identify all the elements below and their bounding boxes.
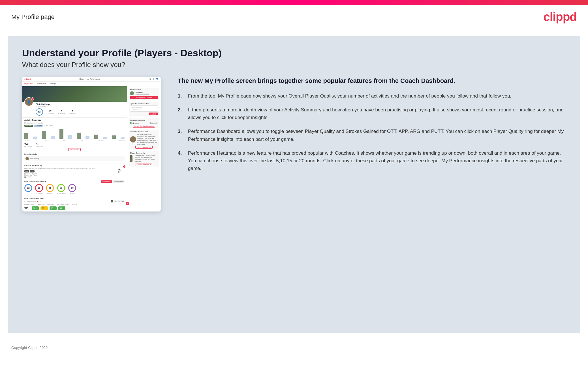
mock-all-activities-btn[interactable]: All Activities — [24, 148, 125, 150]
mock-arccos-info: Arccos — [130, 122, 139, 124]
mock-coaches-title: Your Coaches — [130, 89, 158, 90]
mock-launch-community-btn[interactable]: Launch Community ↗ — [130, 163, 158, 165]
mock-lesson-btn-1[interactable]: Golf — [24, 170, 29, 172]
mock-toggle-quality[interactable]: Player Quality — [101, 180, 112, 183]
mock-heatmap-btn-5[interactable]: 5 — [111, 200, 113, 202]
bar-2 — [33, 137, 37, 139]
mock-activity-title: Activity Summary — [24, 119, 125, 121]
mock-heatmap-btn-15[interactable]: 15 — [117, 200, 121, 202]
mock-disconnect-btn[interactable]: Disconnect — [149, 122, 158, 124]
mock-record-content: Go to the of the Clippd Community and sh… — [130, 133, 158, 145]
mock-ring-app-circle[interactable]: 85 — [46, 184, 54, 192]
mock-stat-following: 5 Following — [69, 110, 76, 114]
mock-perf-title: Performance Dashboard — [24, 180, 46, 182]
user-icon: 👤 — [156, 78, 159, 80]
list-item-1-text: From the top, My Profile page now shows … — [188, 92, 511, 100]
mock-heatmap-btn-20[interactable]: 20 — [121, 200, 125, 202]
mock-quality-circle: 92 — [36, 108, 43, 116]
list-item-3: Performance Dashboard allows you to togg… — [178, 128, 566, 143]
mock-following-num: 5 — [69, 110, 76, 113]
right-intro: The new My Profile screen brings togethe… — [178, 77, 566, 85]
mock-launch-capture-btn[interactable]: Launch Capture App ↗ — [130, 146, 158, 148]
mock-left-panel: 👤 1 Blair McHarg Plus Handicap 92 131 — [22, 86, 127, 211]
mock-heatmap-col-labels: Player Quality Off the Tee Approach Arou… — [24, 204, 125, 205]
mock-navbar: clippd Home My Performance 🔍 ⚙ 👤 — [22, 77, 161, 82]
bar-label-1: Jan 2022 — [24, 140, 30, 141]
left-column: clippd Home My Performance 🔍 ⚙ 👤 My Prof… — [22, 77, 161, 211]
bar-11 — [112, 135, 116, 139]
heatmap-overall-val: 92 — [24, 206, 30, 210]
mock-stats-row: 92 131 Activities 3 Followers — [36, 108, 125, 116]
heatmap-arg-val[interactable]: 86 ↓. — [50, 206, 57, 210]
heatmap-app-val[interactable]: 85 ↓. — [40, 206, 48, 210]
mock-activities-label: Activities — [48, 113, 54, 114]
mock-lesson-btns: Golf drill — [24, 170, 114, 172]
bar-label-5: Jun 2022 — [98, 140, 104, 141]
right-list: From the top, My Profile page now shows … — [178, 92, 566, 172]
mock-ring-putt: 96 Putting — [68, 184, 76, 194]
heatmap-col-app: Approach — [47, 204, 54, 205]
mock-latest-title: Latest Activity — [24, 153, 125, 155]
bar-6 — [68, 135, 72, 139]
launch-capture-label: Launch Capture App ↗ — [135, 146, 153, 149]
mock-add-btn[interactable]: Add Link — [149, 113, 158, 115]
mock-ring-ott-circle[interactable]: 90 — [35, 184, 43, 192]
mock-lesson-left: Nothing to feel like my legality are wor… — [24, 167, 114, 174]
mock-manage-integrations-btn[interactable]: Manage Your Data Integrations — [130, 125, 158, 127]
mock-trackman-input: Trackman Link Trackman Link — [130, 105, 158, 112]
mock-ring-ott-label: Off the Tee — [35, 193, 43, 194]
heatmap-label-decline: ● 5 Round Change: ● — [24, 200, 38, 202]
mock-ring-ott: 90 Off the Tee — [35, 184, 43, 194]
mock-record-box: Record a Practice Drill Go to the of the… — [129, 130, 159, 149]
mock-lesson: Lesson with Fordy Nothing to feel like m… — [22, 163, 127, 179]
heatmap-arg-arrow: ↓. — [54, 207, 55, 209]
mock-toggle-strokes[interactable]: Strokes gained — [113, 180, 125, 183]
mock-community-box: Clippd Community Visit the Clippd Commun… — [129, 151, 159, 167]
heatmap-col-arg: Around the Green — [57, 204, 69, 205]
mock-avatar-wrap: 👤 1 — [24, 97, 33, 106]
top-bar — [0, 0, 588, 5]
mock-coach-details: Dan Davies Kenningside Golf Club — [135, 92, 149, 95]
mock-heatmap-btn-10[interactable]: 10 — [114, 200, 117, 202]
mock-ring-overall-circle[interactable]: 92 — [24, 184, 32, 192]
mock-following-label: Following — [69, 113, 76, 114]
mock-badge-2: 2 — [123, 165, 126, 168]
mock-latest-activity: Latest Activity Blair McHarg — [22, 152, 127, 163]
mock-nav-links: Home My Performance — [80, 78, 100, 80]
mock-toggle-btns: Player Quality Strokes gained — [101, 180, 125, 183]
mock-record-text: Go to the of the Clippd Community and sh… — [137, 133, 158, 145]
content-subtitle: What does your Profile show you? — [22, 61, 566, 69]
mock-ring-app: 85 Approach — [46, 184, 54, 194]
search-icon: 🔍 — [149, 78, 151, 80]
list-item-2-text: It then presents a more in-depth view of… — [188, 106, 566, 121]
mock-ring-arg-circle[interactable]: 86 — [57, 184, 65, 192]
mock-right-panel: Your Coaches Dan Davies Kenningside Golf… — [127, 86, 161, 211]
mock-on-course-label: On Course — [24, 146, 32, 148]
mock-off-course-stat: 3 Off Course — [36, 143, 44, 148]
list-item-4: Performance Heatmap is a new feature tha… — [178, 149, 566, 172]
mock-connect-title: Connect your data — [130, 119, 158, 121]
mock-player-name: Blair McHarg — [36, 103, 125, 105]
mock-ring-arg: 86 Around Green — [57, 184, 65, 194]
subnav-settings: Settings — [50, 83, 56, 85]
on-course-legend: ● On-course — [24, 125, 33, 127]
mock-activity-bars — [24, 128, 125, 139]
mock-manage-coaches-btn[interactable]: Manage Your Coaches — [130, 96, 158, 99]
mock-lesson-btn-2[interactable]: drill — [30, 170, 35, 172]
copyright-text: Copyright Clippd 2022 — [11, 346, 48, 350]
bar-label-6: Aug 2022 — [119, 140, 125, 141]
heatmap-ott-val[interactable]: 90 ↓. — [32, 206, 39, 210]
mock-heatmap-values: 92 90 ↓. 85 ↓. 86 ↓. 96 ↓. — [24, 206, 125, 210]
mock-add-btn-wrap: Add Link — [130, 113, 158, 115]
heatmap-putt-val[interactable]: 96 ↓. — [58, 206, 65, 210]
arccos-status-dot — [130, 122, 132, 124]
heatmap-app-arrow: ↓. — [45, 207, 46, 209]
mock-act-avatar — [25, 157, 29, 160]
mock-activity-item: Blair McHarg — [24, 156, 125, 161]
mock-heatmap-controls: ● 5 Round Change: ● ● 5 10 15 20 — [24, 200, 125, 202]
mock-ring-putt-circle[interactable]: 96 — [68, 184, 76, 192]
list-item-4-text: Performance Heatmap is a new feature tha… — [188, 149, 566, 172]
view-toggle: 5 Mths | 1 Anth — [44, 125, 54, 127]
heatmap-col-overall: Player Quality — [24, 204, 34, 205]
mock-on-course-stat: 24 On Course — [24, 143, 32, 148]
